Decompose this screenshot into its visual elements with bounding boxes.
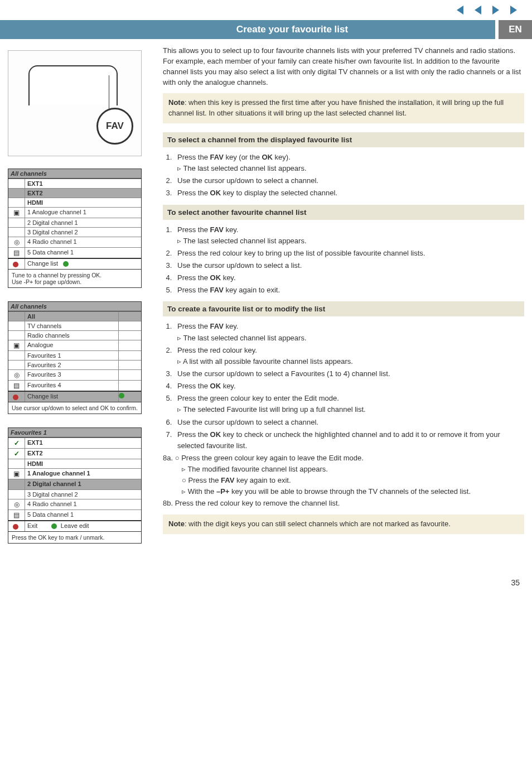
sec3-step2: Press the red colour key. A list with al…	[174, 345, 524, 367]
language-badge: EN	[499, 20, 532, 39]
osd2-fav3: Favourites 3	[25, 370, 119, 380]
uncheck-icon: ✓	[8, 479, 25, 489]
data-icon: ▤	[8, 381, 25, 391]
section3-heading: To create a favourite list or to modify …	[163, 301, 524, 316]
sec3-8a-sub1: The modified favourite channel list appe…	[182, 464, 524, 475]
sec3-step7: Press the OK key to check or uncheck the…	[174, 429, 524, 451]
note1-label: Note	[168, 98, 185, 107]
osd2-radio: Radio channels	[25, 331, 119, 340]
sec2-step3: Use the cursor up/down to select a list.	[174, 260, 524, 271]
red-dot-icon	[13, 524, 18, 530]
note2-text: : with the digit keys you can still sele…	[185, 520, 451, 528]
osd1-change: Change list	[27, 260, 58, 267]
osd2-fav2: Favourites 2	[25, 361, 119, 369]
osd3-ch1: 1 Analogue channel 1	[25, 469, 141, 479]
data-icon: ▤	[8, 510, 25, 520]
green-dot-icon	[119, 393, 124, 398]
sec2-step5: Press the FAV key again to exit.	[174, 285, 524, 296]
tv-icon: ▣	[8, 469, 25, 479]
section3-steps: Press the FAV key. The last selected cha…	[174, 321, 524, 451]
radio-icon: ◎	[8, 499, 25, 510]
osd3-ext2: EXT2	[25, 449, 141, 459]
next-icon[interactable]	[492, 6, 499, 15]
sec1-step1-sub: The last selected channel list appears.	[177, 163, 524, 174]
tv-icon: ▣	[8, 340, 25, 350]
osd3-ch4: 4 Radio channel 1	[25, 499, 141, 510]
skip-fwd-icon[interactable]	[510, 6, 517, 15]
check-icon: ✓	[8, 438, 25, 448]
intro-text: This allows you to select up to four fav…	[163, 46, 524, 88]
osd2-all: All	[25, 312, 119, 321]
osd1-ext2: EXT2	[25, 189, 141, 198]
red-dot-icon	[13, 395, 18, 400]
osd2-title: All channels	[8, 302, 141, 311]
osd1-foot: Tune to a channel by pressing OK. Use -P…	[8, 269, 141, 287]
sec1-step2: Use the cursor up/down to select a chann…	[174, 175, 524, 186]
sec3-step8b: 8b. Press the red colour key to remove t…	[163, 498, 524, 509]
red-dot-icon	[13, 262, 18, 267]
sec3-step5-sub: The selected Favourite list will bring u…	[177, 404, 524, 415]
osd1-hdmi: HDMI	[25, 198, 141, 207]
page-number: 35	[0, 568, 532, 593]
osd3-title: Favourites 1	[8, 428, 141, 438]
check-icon: ✓	[8, 449, 25, 459]
prev-icon[interactable]	[475, 6, 481, 15]
remote-illustration: • ⊞ ⊡ FAV FAV	[8, 50, 142, 156]
section1-heading: To select a channel from the displayed f…	[163, 132, 524, 147]
osd2-foot: Use cursor up/down to select and OK to c…	[8, 402, 141, 414]
sec3-step8a: 8a. Press the green colour key again to …	[163, 453, 524, 498]
sec2-step1: Press the FAV key. The last selected cha…	[174, 224, 524, 247]
osd1-ch3: 3 Digital channel 2	[25, 228, 141, 237]
note1-text: : when this key is pressed the first tim…	[168, 98, 504, 117]
playback-controls	[0, 0, 532, 17]
osd3-ch2: 2 Digital channel 1	[25, 479, 141, 489]
osd2-tv: TV channels	[25, 321, 119, 330]
sec3-step4: Press the OK key.	[174, 381, 524, 392]
osd2-analogue: Analogue	[25, 340, 119, 350]
section1-steps: Press the FAV key (or the OK key). The l…	[174, 152, 524, 199]
note-box-1: Note: when this key is pressed the first…	[163, 93, 524, 123]
title-bar: Create your favourite list EN	[0, 20, 532, 39]
skip-back-icon[interactable]	[457, 6, 463, 15]
sec3-8a-sub3: With the –P+ key you will be able to bro…	[182, 486, 524, 497]
data-icon: ▤	[8, 248, 25, 258]
radio-icon: ◎	[8, 370, 25, 380]
fav-key-callout: FAV	[96, 108, 133, 145]
sec3-step1: Press the FAV key. The last selected cha…	[174, 321, 524, 343]
sec3-step3: Use the cursor up/down to select a Favou…	[174, 368, 524, 379]
osd2-fav1: Favourites 1	[25, 351, 119, 360]
osd1-ch5: 5 Data channel 1	[25, 248, 141, 258]
sec3-step6: Use the cursor up/down to select a chann…	[174, 417, 524, 428]
osd1-title: All channels	[8, 169, 141, 179]
osd3-leave: Leave edit	[61, 522, 89, 529]
green-dot-icon	[63, 261, 69, 267]
sec3-8a-sub2: Press the FAV key again to exit.	[182, 475, 524, 486]
section2-heading: To select another favourite channel list	[163, 205, 524, 220]
sec2-step4: Press the OK key.	[174, 272, 524, 283]
osd1-ext1: EXT1	[25, 179, 141, 188]
section2-steps: Press the FAV key. The last selected cha…	[174, 224, 524, 296]
osd1-ch2: 2 Digital channel 1	[25, 218, 141, 227]
sec2-step1-sub: The last selected channel list appears.	[177, 235, 524, 247]
osd3-ch3: 3 Digital channel 2	[25, 490, 141, 499]
osd1-ch1: 1 Analogue channel 1	[25, 208, 141, 218]
sec3-step2-sub: A list with all possible favourite chann…	[177, 356, 524, 367]
osd2-change: Change list	[25, 392, 119, 402]
note-box-2: Note: with the digit keys you can still …	[163, 515, 524, 534]
sec3-step1-sub: The last selected channel list appears.	[177, 333, 524, 344]
sec3-step5: Press the green colour key to enter the …	[174, 393, 524, 415]
tv-icon: ▣	[8, 208, 25, 218]
osd3-ext1: EXT1	[25, 438, 141, 448]
sec1-step3: Press the OK key to display the selected…	[174, 188, 524, 199]
osd3-hdmi: HDMI	[25, 459, 141, 468]
radio-icon: ◎	[8, 237, 25, 247]
sec1-step1: Press the FAV key (or the OK key). The l…	[174, 152, 524, 174]
green-dot-icon	[51, 523, 57, 529]
osd-all-channels: All channels EXT1 EXT2 HDMI ▣1 Analogue …	[8, 169, 142, 288]
osd2-fav4: Favourites 4	[25, 381, 119, 391]
sec2-step2: Press the red colour key to bring up the…	[174, 248, 524, 259]
note2-label: Note	[168, 520, 185, 528]
osd1-ch4: 4 Radio channel 1	[25, 237, 141, 247]
osd3-exit: Exit	[27, 522, 37, 529]
osd3-foot: Press the OK key to mark / unmark.	[8, 531, 141, 543]
